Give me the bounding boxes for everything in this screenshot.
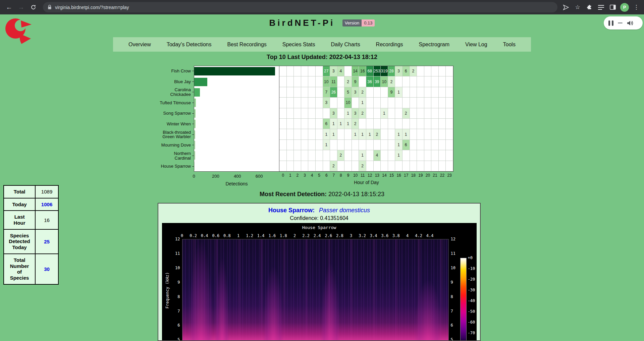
heatmap-cell bbox=[424, 98, 432, 108]
axis-tick-label: 0.4 bbox=[199, 233, 210, 238]
heatmap-cell bbox=[337, 98, 345, 108]
heatmap-cell bbox=[308, 87, 316, 98]
detection-scientific-link[interactable]: Passer domesticus bbox=[319, 207, 370, 214]
profile-avatar[interactable]: P bbox=[620, 3, 629, 12]
heatmap-cell bbox=[279, 98, 287, 108]
volume-icon[interactable] bbox=[627, 20, 634, 26]
heatmap-cell bbox=[301, 87, 309, 98]
nav-item-overview[interactable]: Overview bbox=[128, 42, 151, 48]
heatmap-cell: 253 bbox=[374, 66, 381, 76]
url-bar[interactable]: virginia.birdnetpi.com/?stream=play bbox=[43, 2, 557, 12]
heatmap-cell: 1 bbox=[395, 150, 402, 161]
nav-item-tools[interactable]: Tools bbox=[503, 42, 516, 48]
heatmap-cell bbox=[294, 161, 301, 171]
reading-list-button[interactable] bbox=[597, 3, 605, 12]
heatmap-cell bbox=[279, 129, 287, 139]
nav-menu: OverviewToday's DetectionsBest Recording… bbox=[113, 37, 531, 52]
forward-button[interactable]: → bbox=[15, 2, 27, 13]
side-panel-icon bbox=[610, 5, 616, 10]
heatmap-cell: 3 bbox=[330, 108, 337, 119]
heatmap-cell bbox=[424, 87, 432, 98]
nav-item-today-s-detections[interactable]: Today's Detections bbox=[167, 42, 212, 48]
nav-item-best-recordings[interactable]: Best Recordings bbox=[227, 42, 266, 48]
axis-tick-label: 0 bbox=[280, 173, 286, 178]
heatmap-cell bbox=[402, 98, 410, 108]
heatmap-cell bbox=[431, 98, 439, 108]
player-timeline[interactable] bbox=[618, 22, 623, 23]
axis-tick-label: 0 bbox=[188, 174, 200, 179]
heatmap-cell bbox=[417, 108, 424, 119]
axis-tick-label: 0.6 bbox=[210, 233, 221, 238]
heatmap-cell: 1 bbox=[330, 119, 337, 129]
axis-tick-label: 1.2 bbox=[244, 233, 255, 238]
heatmap-cell bbox=[359, 76, 366, 87]
heatmap-cell: 14 bbox=[352, 66, 359, 76]
axis-tick-label: 9 bbox=[451, 280, 461, 285]
axis-tick-label: 1.6 bbox=[266, 233, 278, 238]
species-label: Northern Cardinal bbox=[154, 151, 194, 161]
send-page-button[interactable] bbox=[561, 3, 570, 12]
detection-bar bbox=[194, 88, 200, 97]
stat-value[interactable]: 30 bbox=[35, 254, 58, 284]
nav-item-recordings[interactable]: Recordings bbox=[376, 42, 403, 48]
paper-plane-icon bbox=[563, 4, 569, 10]
stats-row: Today1006 bbox=[4, 198, 58, 211]
side-panel-button[interactable] bbox=[608, 3, 617, 12]
detection-species-link[interactable]: House Sparrow: bbox=[268, 207, 315, 214]
heatmap-cell: 39 bbox=[374, 76, 381, 87]
heatmap-cell bbox=[381, 161, 388, 171]
browser-menu-button[interactable]: ⋮ bbox=[632, 3, 641, 12]
extensions-button[interactable] bbox=[585, 3, 594, 12]
axis-tick-label: 3.4 bbox=[368, 233, 379, 238]
heatmap-cell bbox=[388, 98, 395, 108]
stat-value[interactable]: 1006 bbox=[35, 198, 58, 211]
heatmap-cell: 16 bbox=[359, 66, 366, 76]
axis-tick-label: 20 bbox=[424, 173, 431, 178]
pause-button[interactable] bbox=[608, 20, 613, 26]
bookmark-button[interactable]: ☆ bbox=[573, 3, 582, 12]
axis-tick-label: 2.4 bbox=[312, 233, 323, 238]
axis-tick-label: 1 bbox=[233, 233, 244, 238]
heatmap-cell: 2 bbox=[388, 76, 395, 87]
stats-row: Species Detected Today25 bbox=[4, 229, 58, 254]
axis-tick-label: 3.2 bbox=[357, 233, 368, 238]
species-label-text: Winter Wren bbox=[167, 122, 191, 126]
heatmap-cell: 27 bbox=[323, 66, 330, 76]
heatmap-cell bbox=[279, 119, 287, 129]
axis-tick-label: 4 bbox=[309, 173, 315, 178]
heatmap-cell bbox=[431, 108, 439, 119]
heatmap-cell bbox=[294, 87, 301, 98]
heatmap-cell bbox=[301, 150, 309, 161]
heatmap-cell bbox=[279, 150, 287, 161]
heatmap-cell bbox=[344, 66, 352, 76]
heatmap-cell bbox=[446, 140, 453, 150]
reload-button[interactable] bbox=[28, 2, 39, 13]
audio-player[interactable] bbox=[604, 16, 643, 30]
axis-tick-label: 7 bbox=[330, 173, 337, 178]
detection-bar bbox=[194, 162, 195, 170]
heatmap-cell bbox=[294, 140, 301, 150]
axis-tick-label: 13 bbox=[374, 173, 380, 178]
site-header: BirdNET-Pi Version0.13 bbox=[0, 18, 644, 28]
heatmap-cell bbox=[446, 98, 453, 108]
nav-item-spectrogram[interactable]: Spectrogram bbox=[419, 42, 450, 48]
heatmap-cell bbox=[417, 76, 424, 87]
heatmap-cell bbox=[308, 108, 316, 119]
heatmap-cell bbox=[316, 87, 323, 98]
back-button[interactable]: ← bbox=[3, 2, 15, 13]
heatmap-cell bbox=[381, 129, 388, 139]
nav-item-species-stats[interactable]: Species Stats bbox=[282, 42, 315, 48]
heatmap-cell bbox=[446, 129, 453, 139]
heatmap-cell bbox=[279, 87, 287, 98]
axis-tick-label: 22 bbox=[439, 173, 446, 178]
bar-row bbox=[194, 119, 279, 129]
stat-value[interactable]: 25 bbox=[35, 229, 58, 254]
nav-item-daily-charts[interactable]: Daily Charts bbox=[331, 42, 360, 48]
axis-tick-label: 4 bbox=[402, 233, 413, 238]
species-label: Winter Wren bbox=[154, 119, 194, 129]
heatmap-cell bbox=[395, 76, 402, 87]
heatmap-cell bbox=[301, 66, 309, 76]
list-icon bbox=[598, 5, 604, 10]
nav-item-view-log[interactable]: View Log bbox=[465, 42, 487, 48]
axis-tick-label: 5 bbox=[451, 337, 461, 341]
